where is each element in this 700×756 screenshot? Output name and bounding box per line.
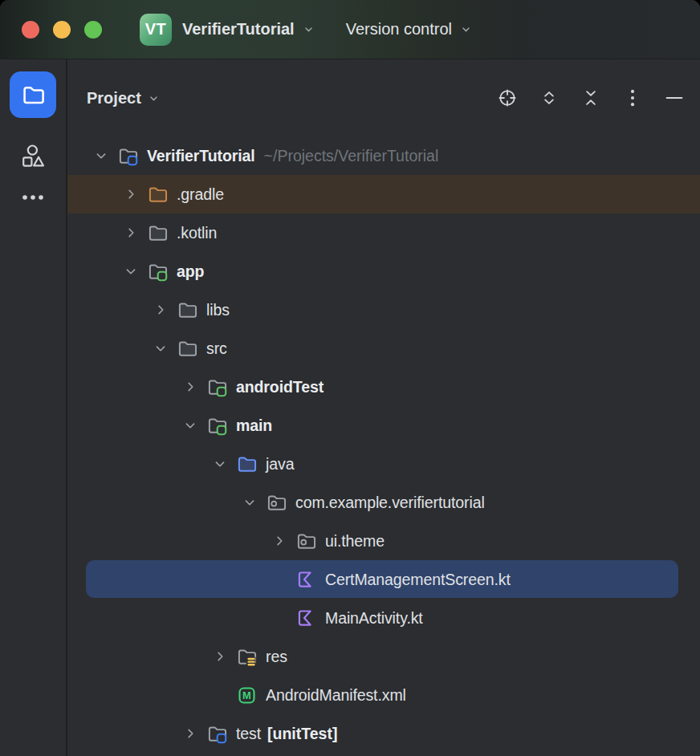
zoom-button[interactable] xyxy=(84,21,102,39)
chevron-down-icon[interactable] xyxy=(210,453,230,474)
chevron-down-icon xyxy=(302,22,315,36)
chevron-right-icon[interactable] xyxy=(180,376,201,397)
kebab-icon xyxy=(622,87,643,108)
chevron-right-icon[interactable] xyxy=(120,222,141,243)
project-avatar: VT xyxy=(140,14,172,46)
sidebar-item-more-tool-windows[interactable] xyxy=(10,174,56,221)
version-control-label: Version control xyxy=(346,20,452,39)
collapse-all-icon xyxy=(580,87,601,108)
tree-row-label: MainActivity.kt xyxy=(325,609,423,628)
tree-row-androidtest[interactable]: androidTest xyxy=(67,368,700,406)
tree-row-label: ui.theme xyxy=(325,532,385,551)
collapse-all-button[interactable] xyxy=(580,87,602,109)
svg-text:M: M xyxy=(242,689,251,701)
chevron-right-icon[interactable] xyxy=(269,530,290,551)
folder-icon xyxy=(146,222,169,244)
tree-row-label: java xyxy=(266,455,294,474)
version-control-widget[interactable]: Version control xyxy=(346,20,473,39)
panel-actions xyxy=(496,87,686,109)
kotlin-file-icon xyxy=(295,607,317,629)
package-icon xyxy=(265,491,287,514)
tree-row-label-suffix: [unitTest] xyxy=(267,725,337,743)
tree-row-src[interactable]: src xyxy=(67,329,700,368)
folder-res-icon xyxy=(235,645,258,668)
chevron-spacer xyxy=(269,608,290,628)
tree-row-com.example.verifiertutorial[interactable]: com.example.verifiertutorial xyxy=(67,483,700,522)
tree-row-label: VerifierTutorial xyxy=(147,147,255,165)
tree-row-label: com.example.verifiertutorial xyxy=(295,494,485,512)
expand-all-button[interactable] xyxy=(538,87,560,109)
project-widget[interactable]: VerifierTutorial xyxy=(182,20,315,39)
chevron-right-icon[interactable] xyxy=(150,299,171,320)
project-tree: VerifierTutorial ~/Projects/VerifierTuto… xyxy=(67,136,700,756)
minimize-button[interactable] xyxy=(53,21,71,39)
tree-row-.gradle[interactable]: .gradle xyxy=(67,175,700,213)
tree-row-.kotlin[interactable]: .kotlin xyxy=(67,213,700,252)
chevron-spacer xyxy=(269,569,290,590)
chevron-right-icon[interactable] xyxy=(210,646,230,667)
tree-row-mainactivity.kt[interactable]: MainActivity.kt xyxy=(67,599,700,637)
tree-row-ui.theme[interactable]: ui.theme xyxy=(67,522,700,560)
tree-row-label: .kotlin xyxy=(177,224,217,242)
structure-icon xyxy=(19,143,47,170)
panel-title: Project xyxy=(87,89,141,108)
close-button[interactable] xyxy=(22,21,39,39)
hide-button[interactable] xyxy=(663,87,686,109)
folder-badge-blue-icon xyxy=(116,144,139,167)
titlebar: VT VerifierTutorial Version control xyxy=(0,0,700,59)
tree-row-res[interactable]: res xyxy=(67,637,700,676)
tree-row-label: res xyxy=(266,648,287,666)
chevron-down-icon xyxy=(147,91,161,105)
manifest-icon: M xyxy=(235,684,258,706)
ide-window: VT VerifierTutorial Version control Proj… xyxy=(0,0,700,756)
project-name: VerifierTutorial xyxy=(182,20,295,39)
project-panel-header: Project xyxy=(67,59,700,136)
tree-row-certmanagementscreen.kt[interactable]: CertManagementScreen.kt xyxy=(67,560,700,599)
folder-badge-green-icon xyxy=(146,260,169,282)
chevron-right-icon[interactable] xyxy=(180,723,201,744)
tree-row-libs[interactable]: libs xyxy=(67,291,700,329)
chevron-down-icon xyxy=(459,22,473,36)
folder-icon xyxy=(176,337,198,360)
tree-row-java[interactable]: java xyxy=(67,445,700,483)
folder-source-icon xyxy=(235,453,258,475)
chevron-down-icon[interactable] xyxy=(91,145,112,166)
select-opened-file-button[interactable] xyxy=(496,87,519,109)
more-dots-icon xyxy=(20,185,46,210)
tree-row-test[interactable]: test [unitTest] xyxy=(67,714,700,753)
tree-row-main[interactable]: main xyxy=(67,406,700,445)
tree-row-label: app xyxy=(177,262,204,281)
project-folder-icon xyxy=(20,82,46,108)
sidebar-item-structure[interactable] xyxy=(15,139,51,174)
tree-row-androidmanifest.xml[interactable]: M AndroidManifest.xml xyxy=(67,676,700,714)
sidebar-item-project[interactable] xyxy=(10,71,56,118)
folder-icon xyxy=(176,299,198,321)
tree-row-verifiertutorial[interactable]: VerifierTutorial ~/Projects/VerifierTuto… xyxy=(67,136,700,175)
project-panel-title-button[interactable]: Project xyxy=(87,89,161,108)
tool-window-stripe xyxy=(0,59,67,756)
folder-badge-green-icon xyxy=(206,414,228,437)
minus-icon xyxy=(663,87,686,109)
chevron-down-icon[interactable] xyxy=(180,415,201,436)
chevron-down-icon[interactable] xyxy=(150,338,171,359)
tree-row-path: ~/Projects/VerifierTutorial xyxy=(264,147,439,165)
tree-row-label: main xyxy=(236,417,272,435)
tree-row-label: AndroidManifest.xml xyxy=(266,686,406,705)
tree-row-label: libs xyxy=(206,301,230,319)
folder-badge-green-icon xyxy=(206,376,228,398)
locate-icon xyxy=(497,87,518,108)
tree-row-label: androidTest xyxy=(236,378,324,396)
tree-row-label: CertManagementScreen.kt xyxy=(325,571,511,589)
chevron-down-icon[interactable] xyxy=(120,261,141,282)
package-icon xyxy=(295,530,317,552)
chevron-spacer xyxy=(210,685,230,705)
options-button[interactable] xyxy=(621,87,644,109)
tree-row-label: .gradle xyxy=(177,185,224,204)
tree-row-label: test xyxy=(236,725,261,743)
expand-all-icon xyxy=(539,87,560,108)
tree-row-label: src xyxy=(206,339,227,358)
kotlin-file-icon xyxy=(295,568,317,591)
tree-row-app[interactable]: app xyxy=(67,252,700,291)
chevron-right-icon[interactable] xyxy=(120,184,141,205)
chevron-down-icon[interactable] xyxy=(239,492,260,513)
